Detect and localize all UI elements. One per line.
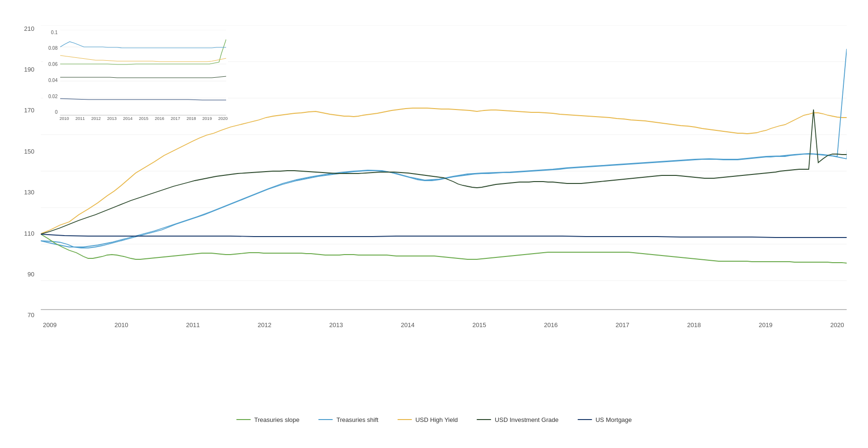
legend-item-treasuries-shift: Treasuries shift <box>319 416 378 423</box>
inset-chart: 0.1 0.08 0.06 0.04 0.02 0 <box>43 30 228 125</box>
legend-line-treasuries-slope <box>236 419 250 420</box>
x-label-2015: 2015 <box>473 321 486 329</box>
y-label-190: 190 <box>24 66 35 73</box>
x-label-2020: 2020 <box>831 321 844 329</box>
y-label-110: 110 <box>24 230 35 237</box>
y-label-170: 170 <box>24 107 35 114</box>
x-label-2012: 2012 <box>258 321 272 329</box>
y-label-90: 90 <box>27 271 34 278</box>
y-label-150: 150 <box>24 148 35 155</box>
legend-label-usd-high-yield: USD High Yield <box>415 416 458 423</box>
legend-label-treasuries-shift: Treasuries shift <box>337 416 378 423</box>
legend-label-usd-investment-grade: USD Investment Grade <box>495 416 558 423</box>
x-label-2019: 2019 <box>759 321 773 329</box>
x-label-2011: 2011 <box>186 321 200 329</box>
legend-line-us-mortgage <box>577 419 592 420</box>
legend-line-usd-high-yield <box>397 419 411 420</box>
legend: Treasuries slope Treasuries shift USD Hi… <box>236 416 632 423</box>
legend-label-treasuries-slope: Treasuries slope <box>254 416 300 423</box>
y-axis: 210 190 170 150 130 110 90 70 <box>12 25 38 319</box>
legend-line-treasuries-shift <box>319 419 333 420</box>
chart-container: 210 190 170 150 130 110 90 70 <box>12 16 856 433</box>
x-label-2013: 2013 <box>329 321 343 329</box>
legend-item-usd-investment-grade: USD Investment Grade <box>477 416 558 423</box>
legend-line-usd-investment-grade <box>477 419 491 420</box>
inset-x-axis: 2010 2011 2012 2013 2014 2015 2016 2017 … <box>60 116 228 121</box>
x-axis: 2009 2010 2011 2012 2013 2014 2015 2016 … <box>41 321 847 329</box>
y-label-210: 210 <box>24 25 35 32</box>
inset-y-axis: 0.1 0.08 0.06 0.04 0.02 0 <box>43 30 60 115</box>
legend-item-us-mortgage: US Mortgage <box>577 416 632 423</box>
x-label-2014: 2014 <box>401 321 415 329</box>
legend-item-usd-high-yield: USD High Yield <box>397 416 458 423</box>
x-label-2009: 2009 <box>43 321 57 329</box>
y-label-130: 130 <box>24 189 35 196</box>
x-label-2018: 2018 <box>687 321 701 329</box>
x-label-2010: 2010 <box>115 321 128 329</box>
legend-label-us-mortgage: US Mortgage <box>595 416 632 423</box>
y-label-70: 70 <box>27 311 34 319</box>
x-label-2017: 2017 <box>616 321 630 329</box>
x-label-2016: 2016 <box>544 321 558 329</box>
legend-item-treasuries-slope: Treasuries slope <box>236 416 300 423</box>
